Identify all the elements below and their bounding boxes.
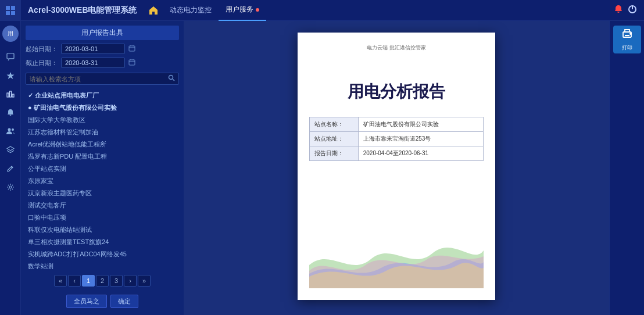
report-title: 用电分析报告 <box>309 81 484 103</box>
start-date-row: 起始日期： <box>26 44 179 54</box>
avatar[interactable]: 用 <box>2 26 19 42</box>
svg-rect-0 <box>6 6 10 10</box>
bottom-buttons: 全员马之 确定 <box>26 292 179 310</box>
print-icon <box>621 27 634 43</box>
svg-rect-6 <box>7 53 14 59</box>
bell-icon[interactable] <box>614 5 623 16</box>
topbar: Acrel-3000WEB电能管理系统 动态电力监控 用户服务 <box>0 0 644 21</box>
list-item[interactable]: 口验中电压项 <box>26 212 179 224</box>
power-icon[interactable] <box>628 5 637 16</box>
list-item[interactable]: Acrel优洲创站地低能工程所 <box>26 138 179 151</box>
report-header-text: 电力云端 批汇港信控管家 <box>309 44 484 52</box>
list-item[interactable]: 江苏志德材料管定制加油 <box>26 126 179 138</box>
pagination-page-3[interactable]: 3 <box>110 275 123 287</box>
svg-point-12 <box>12 128 14 131</box>
nav-item-user-service[interactable]: 用户服务 <box>219 0 266 21</box>
svg-line-24 <box>173 79 174 81</box>
start-date-calendar-icon[interactable] <box>128 45 135 53</box>
table-label: 报告日期： <box>310 146 359 161</box>
end-date-label: 截止日期： <box>26 59 58 67</box>
topbar-title: Acrel-3000WEB电能管理系统 <box>21 5 144 16</box>
end-date-calendar-icon[interactable] <box>128 59 135 67</box>
table-row: 站点地址： 上海市靠来宝淘街道253号 <box>310 132 484 146</box>
svg-rect-3 <box>11 11 15 15</box>
main-content: 电力云端 批汇港信控管家 用电分析报告 站点名称： 矿田油电气股份有限公司实验 … <box>184 21 609 315</box>
panel-title: 用户报告出具 <box>26 26 179 40</box>
svg-rect-8 <box>7 93 9 97</box>
svg-rect-19 <box>129 60 135 65</box>
pagination-next[interactable]: › <box>124 275 137 287</box>
left-panel: 用户报告出具 起始日期： 截止日期： ✓ 企业站点用电电表厂厂 ● 矿田油电气股… <box>21 21 184 315</box>
search-icon <box>168 74 175 83</box>
end-date-input[interactable] <box>61 58 125 68</box>
start-date-input[interactable] <box>61 44 125 54</box>
report-page: 电力云端 批汇港信控管家 用电分析报告 站点名称： 矿田油电气股份有限公司实验 … <box>298 33 495 300</box>
start-date-label: 起始日期： <box>26 45 58 53</box>
svg-point-14 <box>9 186 12 188</box>
table-label: 站点名称： <box>310 117 359 132</box>
star-icon-btn[interactable] <box>2 67 19 84</box>
pagination: « ‹ 1 2 3 › » <box>26 273 179 289</box>
svg-marker-13 <box>7 146 14 151</box>
chat-icon-btn[interactable] <box>2 49 19 65</box>
table-value: 2020-04-04至2020-06-31 <box>358 146 483 161</box>
wave-decoration <box>309 219 484 288</box>
table-label: 站点地址： <box>310 132 359 146</box>
table-value: 上海市靠来宝淘街道253号 <box>358 132 483 146</box>
report-table: 站点名称： 矿田油电气股份有限公司实验 站点地址： 上海市靠来宝淘街道253号 … <box>309 117 484 161</box>
list-item[interactable]: 实机城跨ADC打打ADC04网络发45 <box>26 248 179 260</box>
pagination-prev[interactable]: ‹ <box>68 275 81 287</box>
list-item[interactable]: ● 矿田油电气股份有限公司实验 <box>26 102 179 114</box>
svg-rect-9 <box>9 91 11 97</box>
sidebar-icons: 用 <box>0 21 21 315</box>
pagination-last[interactable]: » <box>138 275 151 287</box>
svg-rect-2 <box>6 11 10 15</box>
settings-icon-btn[interactable] <box>2 179 19 195</box>
pagination-page-2[interactable]: 2 <box>96 275 109 287</box>
list-item[interactable]: 汉京新浪主题医药专区 <box>26 187 179 199</box>
table-row: 报告日期： 2020-04-04至2020-06-31 <box>310 146 484 161</box>
topbar-nav: 动态电力监控 用户服务 <box>163 0 614 21</box>
print-button[interactable]: 打印 <box>613 26 641 53</box>
search-input[interactable] <box>30 76 168 83</box>
print-label: 打印 <box>622 44 632 52</box>
nav-dot <box>256 8 259 12</box>
svg-rect-10 <box>12 94 14 97</box>
topbar-logo <box>0 0 21 21</box>
list-item[interactable]: 测试交电客厅 <box>26 199 179 212</box>
right-panel: 打印 <box>609 21 644 315</box>
svg-point-23 <box>169 76 173 80</box>
svg-rect-1 <box>11 6 15 10</box>
bell-sidebar-icon-btn[interactable] <box>2 105 19 121</box>
people-icon-btn[interactable] <box>2 123 19 139</box>
list-item[interactable]: 公平站点实测 <box>26 163 179 175</box>
table-row: 站点名称： 矿田油电气股份有限公司实验 <box>310 117 484 132</box>
nav-item-monitor[interactable]: 动态电力监控 <box>163 0 219 21</box>
table-value: 矿田油电气股份有限公司实验 <box>358 117 483 132</box>
topbar-right <box>614 5 644 16</box>
chart-icon-btn[interactable] <box>2 86 19 102</box>
end-date-row: 截止日期： <box>26 58 179 68</box>
svg-marker-7 <box>6 72 14 79</box>
svg-point-11 <box>8 128 10 131</box>
list-area: ✓ 企业站点用电电表厂厂 ● 矿田油电气股份有限公司实验 国际大学大学教教区 江… <box>26 90 179 269</box>
list-item[interactable]: 国际大学大学教教区 <box>26 114 179 126</box>
pagination-page-1[interactable]: 1 <box>82 275 95 287</box>
search-box[interactable] <box>26 73 179 85</box>
layers-icon-btn[interactable] <box>2 142 19 158</box>
list-item[interactable]: 东原家宝 <box>26 175 179 187</box>
list-item[interactable]: 科联仅次电能结结测试 <box>26 224 179 236</box>
svg-rect-15 <box>129 46 135 51</box>
main-layout: 用 用户报告出具 起始日期： <box>0 21 644 315</box>
svg-point-26 <box>630 33 631 34</box>
list-item[interactable]: 数学站测 <box>26 260 179 269</box>
list-item[interactable]: 温罗有志新PDU 配置电工程 <box>26 151 179 163</box>
home-button[interactable] <box>144 1 163 20</box>
list-item[interactable]: ✓ 企业站点用电电表厂厂 <box>26 90 179 102</box>
list-item[interactable]: 单三相次摄测量TEST旗旗24 <box>26 236 179 248</box>
edit-icon-btn[interactable] <box>2 160 19 177</box>
pagination-first[interactable]: « <box>54 275 67 287</box>
confirm-button[interactable]: 确定 <box>110 295 138 308</box>
cancel-button[interactable]: 全员马之 <box>66 295 107 308</box>
